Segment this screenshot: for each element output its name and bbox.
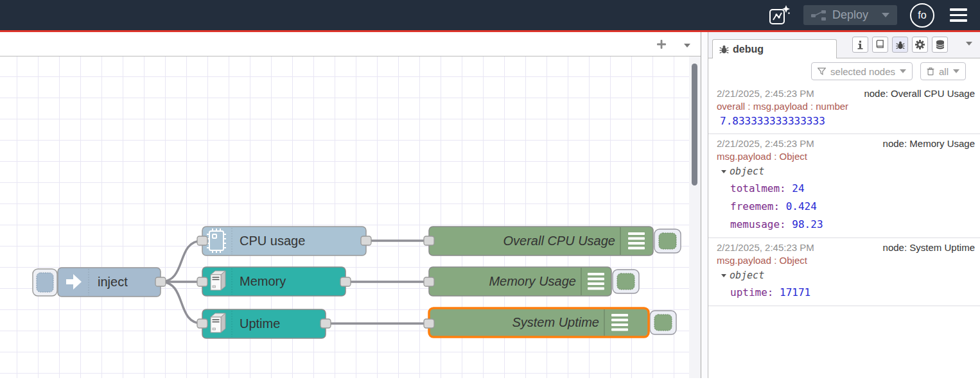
- debug-toggle-button[interactable]: [654, 315, 672, 331]
- sidebar-tab-icons: [852, 37, 948, 53]
- debug-toggle-button[interactable]: [659, 233, 676, 249]
- server-tower-icon: [211, 271, 225, 290]
- sidebar-splitter[interactable]: [701, 32, 708, 378]
- filter-funnel-icon: [818, 67, 826, 75]
- info-icon: [856, 40, 864, 49]
- tab-config-nodes-button[interactable]: [912, 37, 928, 53]
- clear-messages-button[interactable]: all: [920, 62, 966, 80]
- debug-message: 2/21/2025, 2:45:23 PM node: Overall CPU …: [708, 84, 980, 134]
- memory-input-port[interactable]: [197, 277, 207, 286]
- deploy-icon: [811, 10, 827, 21]
- bug-icon: [896, 40, 905, 49]
- server-tower-icon: [211, 313, 225, 332]
- flow-sparkle-icon: [767, 4, 791, 27]
- debug-sidebar: debug: [708, 32, 980, 378]
- message-value: 7.833333333333333: [717, 113, 975, 130]
- workspace-pane: inject: [0, 32, 701, 378]
- message-timestamp: 2/21/2025, 2:45:23 PM: [717, 87, 814, 100]
- flow-list-button[interactable]: [681, 36, 693, 53]
- message-property-path: msg.payload : Object: [717, 150, 975, 163]
- node-label: Uptime: [240, 316, 280, 331]
- chevron-down-icon: [900, 69, 906, 73]
- field-key: uptime:: [730, 286, 773, 298]
- trash-icon: [927, 67, 934, 76]
- menu-bar-icon: [950, 14, 967, 17]
- node-label: Memory Usage: [489, 274, 576, 288]
- field-key: memusage:: [730, 218, 786, 230]
- cpu-output-port[interactable]: [361, 236, 371, 245]
- field-key: freemem:: [730, 200, 780, 212]
- inject-output-port[interactable]: [155, 277, 166, 286]
- debug-overall-cpu-node[interactable]: Overall CPU Usage: [424, 227, 681, 255]
- message-source-node: node: System Uptime: [883, 241, 975, 254]
- deploy-label: Deploy: [832, 8, 868, 22]
- add-flow-button[interactable]: [653, 36, 670, 53]
- debug-message-list: 2/21/2025, 2:45:23 PM node: Overall CPU …: [708, 84, 980, 378]
- uptime-input-port[interactable]: [197, 319, 207, 328]
- message-timestamp: 2/21/2025, 2:45:23 PM: [717, 241, 814, 254]
- object-field: totalmem: 24: [717, 180, 975, 198]
- menu-bar-icon: [950, 8, 967, 11]
- object-expander[interactable]: object: [717, 163, 975, 180]
- wire-inject-cpu[interactable]: [161, 241, 202, 282]
- chevron-down-icon: [684, 44, 690, 48]
- header-bar: Deploy fo: [0, 0, 980, 32]
- node-label: CPU usage: [240, 234, 305, 248]
- tab-debug[interactable]: debug: [712, 39, 837, 58]
- message-timestamp: 2/21/2025, 2:45:23 PM: [717, 137, 814, 150]
- gear-icon: [915, 40, 925, 49]
- object-expander[interactable]: object: [717, 267, 975, 284]
- database-icon: [936, 40, 945, 49]
- collapse-caret-icon: [721, 274, 726, 277]
- cpu-usage-node[interactable]: CPU usage: [197, 227, 371, 255]
- inject-trigger-button[interactable]: [37, 273, 53, 292]
- canvas-scrollbar-thumb[interactable]: [692, 64, 697, 186]
- field-value: 0.424: [786, 200, 817, 212]
- node-label: System Uptime: [512, 315, 599, 329]
- debug-memory-usage-node[interactable]: Memory Usage: [424, 267, 639, 296]
- memory-node[interactable]: Memory: [197, 267, 351, 296]
- message-source-node: node: Overall CPU Usage: [864, 87, 975, 100]
- inject-node[interactable]: inject: [33, 268, 166, 297]
- deploy-button[interactable]: Deploy: [803, 5, 897, 25]
- field-value: 24: [792, 182, 804, 194]
- chevron-down-icon: [953, 69, 959, 73]
- clear-scope-label: all: [939, 66, 949, 77]
- debug-input-port[interactable]: [424, 236, 434, 245]
- debug-system-uptime-node[interactable]: System Uptime: [424, 308, 676, 337]
- tab-help-button[interactable]: [872, 37, 888, 53]
- message-source-node: node: Memory Usage: [883, 137, 975, 150]
- user-avatar[interactable]: fo: [910, 3, 934, 28]
- node-label: Memory: [240, 274, 286, 288]
- flow-canvas[interactable]: inject: [0, 56, 701, 378]
- wire-inject-uptime[interactable]: [161, 282, 202, 324]
- tab-info-button[interactable]: [852, 37, 868, 53]
- flow-assistant-button[interactable]: [767, 4, 791, 27]
- tab-context-data-button[interactable]: [932, 37, 948, 53]
- object-type-label: object: [730, 163, 764, 180]
- memory-output-port[interactable]: [340, 277, 351, 286]
- tab-debug-messages-button[interactable]: [892, 37, 908, 53]
- collapse-caret-icon: [721, 170, 726, 173]
- debug-message: 2/21/2025, 2:45:23 PM node: System Uptim…: [708, 238, 980, 306]
- field-key: totalmem:: [730, 182, 786, 194]
- deploy-options-caret-icon[interactable]: [882, 13, 889, 17]
- sidebar-tab-bar: debug: [708, 32, 980, 58]
- filter-nodes-button[interactable]: selected nodes: [811, 62, 913, 80]
- message-property-path: overall : msg.payload : number: [717, 100, 975, 113]
- debug-filter-bar: selected nodes all: [708, 58, 980, 84]
- field-value: 17171: [780, 286, 810, 298]
- main-menu-button[interactable]: [947, 6, 970, 24]
- cpu-input-port[interactable]: [197, 236, 207, 245]
- book-icon: [875, 40, 885, 49]
- debug-input-port[interactable]: [424, 277, 434, 286]
- debug-toggle-button[interactable]: [617, 273, 634, 289]
- uptime-output-port[interactable]: [320, 319, 331, 328]
- menu-bar-icon: [950, 19, 967, 22]
- tab-debug-label: debug: [733, 44, 764, 55]
- debug-input-port[interactable]: [424, 319, 434, 328]
- uptime-node[interactable]: Uptime: [197, 309, 331, 338]
- canvas-scrollbar-track[interactable]: [689, 56, 701, 378]
- sidebar-options-button[interactable]: [966, 37, 972, 48]
- plus-icon: [656, 39, 667, 49]
